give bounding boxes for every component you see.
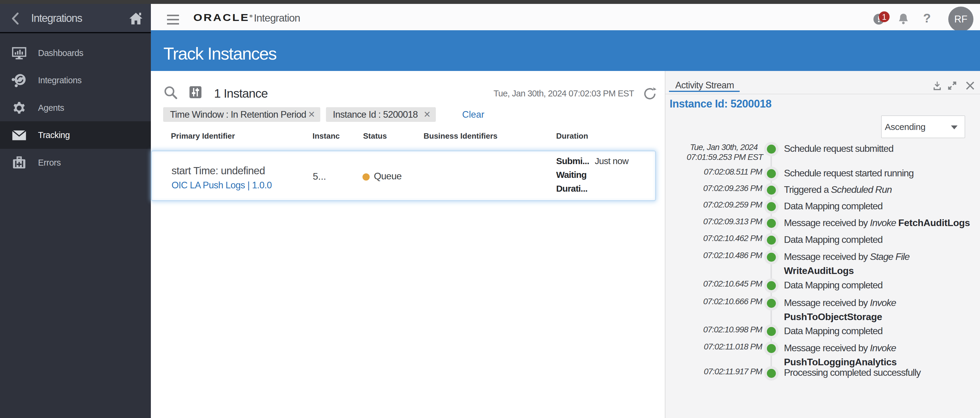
svg-text:1: 1 xyxy=(882,13,886,22)
